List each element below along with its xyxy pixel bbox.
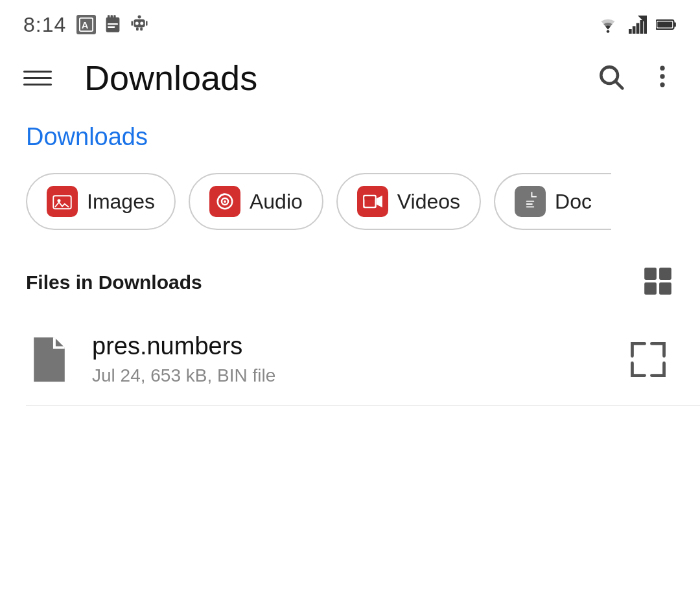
svg-point-8 (138, 16, 141, 19)
images-chip-icon (47, 186, 78, 217)
app-bar-actions (596, 62, 677, 93)
audio-chip-icon (209, 186, 240, 217)
svg-line-27 (616, 82, 622, 88)
svg-rect-20 (636, 23, 640, 34)
svg-rect-13 (146, 21, 148, 26)
svg-rect-18 (629, 29, 632, 34)
svg-rect-46 (659, 282, 671, 295)
svg-point-10 (135, 22, 139, 25)
file-item[interactable]: pres.numbers Jul 24, 653 kB, BIN file (0, 313, 700, 406)
svg-rect-7 (108, 27, 115, 28)
keyboard-icon: A (76, 15, 96, 34)
app-title: Downloads (84, 58, 577, 98)
app-bar: Downloads (0, 45, 700, 110)
videos-chip-label: Videos (397, 190, 460, 214)
svg-rect-4 (111, 15, 113, 19)
file-expand-button[interactable] (629, 340, 674, 379)
menu-line-3 (23, 84, 52, 86)
svg-rect-5 (113, 15, 115, 19)
videos-chip-icon (357, 186, 388, 217)
svg-marker-37 (376, 196, 382, 207)
svg-rect-44 (659, 268, 671, 280)
category-chips: Images Audio Videos (0, 157, 700, 246)
status-time: 8:14 (23, 13, 66, 37)
menu-line-2 (23, 77, 52, 79)
svg-rect-45 (644, 282, 657, 295)
svg-rect-21 (640, 20, 644, 34)
status-bar: 8:14 A (0, 0, 700, 45)
svg-rect-14 (136, 27, 139, 30)
images-chip-label: Images (87, 190, 155, 214)
battery-icon (656, 16, 677, 34)
svg-rect-42 (526, 206, 534, 207)
file-meta: Jul 24, 653 kB, BIN file (92, 365, 609, 386)
docs-chip-icon (515, 186, 546, 217)
menu-line-1 (23, 71, 52, 73)
files-header-text: Files in Downloads (26, 271, 202, 293)
svg-rect-2 (106, 17, 120, 32)
wifi-icon (596, 16, 620, 34)
svg-rect-6 (108, 23, 118, 25)
svg-rect-41 (526, 203, 533, 205)
svg-rect-40 (526, 201, 534, 202)
robot-icon (130, 14, 149, 36)
svg-rect-25 (657, 21, 672, 27)
svg-point-11 (141, 22, 144, 25)
more-options-button[interactable] (648, 62, 677, 93)
svg-point-35 (224, 200, 226, 203)
file-item-divider (26, 405, 700, 406)
file-name: pres.numbers (92, 332, 609, 360)
chip-images[interactable]: Images (26, 173, 176, 230)
svg-rect-22 (644, 17, 647, 34)
files-header: Files in Downloads (0, 246, 700, 313)
svg-rect-39 (364, 196, 375, 200)
section-label-text: Downloads (26, 123, 148, 150)
svg-point-28 (660, 66, 664, 71)
audio-chip-label: Audio (250, 190, 303, 214)
svg-point-30 (660, 82, 664, 87)
status-right (596, 16, 677, 34)
file-info: pres.numbers Jul 24, 653 kB, BIN file (92, 332, 609, 386)
svg-text:A: A (82, 20, 89, 30)
status-icons: A (76, 14, 149, 36)
chip-videos[interactable]: Videos (336, 173, 481, 230)
section-label: Downloads (0, 110, 700, 157)
svg-point-16 (607, 30, 610, 33)
search-button[interactable] (596, 62, 625, 93)
grid-view-button[interactable] (642, 265, 674, 300)
sdcard-icon (104, 14, 122, 36)
menu-button[interactable] (23, 71, 52, 86)
svg-rect-43 (644, 268, 657, 280)
svg-rect-15 (141, 27, 143, 30)
signal-icon (629, 16, 647, 34)
chip-docs[interactable]: Doc (494, 173, 611, 230)
docs-chip-label: Doc (555, 190, 592, 214)
svg-rect-3 (108, 15, 110, 19)
svg-point-29 (660, 74, 664, 78)
status-left: 8:14 A (23, 13, 149, 37)
file-icon-container (26, 334, 73, 385)
svg-rect-19 (633, 26, 636, 34)
svg-rect-24 (673, 23, 675, 27)
svg-rect-12 (132, 21, 134, 26)
chip-audio[interactable]: Audio (189, 173, 323, 230)
